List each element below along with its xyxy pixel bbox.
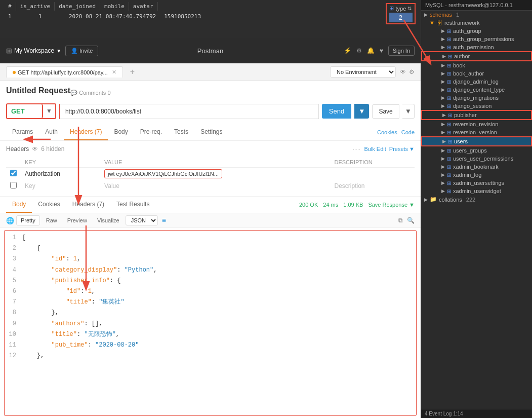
presets-button[interactable]: Presets ▼ (389, 146, 415, 152)
fmt-raw[interactable]: Raw (42, 216, 61, 225)
eye-icon-headers[interactable]: 👁 (32, 145, 38, 153)
request-title: Untitled Request (6, 86, 70, 95)
table-name: users (454, 138, 468, 144)
dot-icon (13, 71, 16, 74)
send-dropdown-button[interactable]: ▼ (354, 104, 369, 119)
tree-table-xadmin_usersettings[interactable]: ▶ ⊞ xadmin_usersettings (421, 179, 532, 187)
line-number: 12 (5, 351, 22, 361)
tab-params[interactable]: Params (6, 124, 39, 140)
code-text: "id": 1, (22, 287, 95, 296)
tab-auth[interactable]: Auth (39, 124, 64, 140)
request-tab[interactable]: GET http://api.luffycity.cn:8000/pay... … (6, 66, 123, 78)
resp-tab-test-results[interactable]: Test Results (110, 197, 155, 213)
method-dropdown-icon[interactable]: ▼ (43, 104, 55, 118)
workspace-button[interactable]: ⊞ My Workspace ▼ (6, 47, 61, 55)
tree-table-xadmin_log[interactable]: ▶ ⊞ xadmin_log (421, 171, 532, 179)
tree-table-reversion_revision[interactable]: ▶ ⊞ reversion_revision (421, 120, 532, 128)
restframework-label: restframework (444, 20, 480, 26)
arrow-icon: ▶ (441, 156, 445, 161)
auth-checkbox[interactable] (10, 170, 17, 176)
save-resp-chevron: ▼ (409, 202, 415, 208)
globe-icon: 🌐 (6, 217, 14, 224)
tree-table-auth_permission[interactable]: ▶ ⊞ auth_permission (421, 43, 532, 51)
tree-table-auth_group_permissions[interactable]: ▶ ⊞ auth_group_permissions (421, 35, 532, 43)
line-number: 1 (5, 233, 22, 243)
tree-table-django_migrations[interactable]: ▶ ⊞ django_migrations (421, 94, 532, 102)
tree-table-book[interactable]: ▶ ⊞ book (421, 61, 532, 69)
add-tab-icon[interactable]: + (130, 67, 135, 77)
line-number: 10 (5, 330, 22, 339)
invite-button[interactable]: 👤 Invite (65, 46, 98, 56)
save-dropdown-button[interactable]: ▼ (402, 104, 415, 119)
tree-schemas[interactable]: ▶ schemas 1 (421, 11, 532, 19)
col-is-active: is_active (16, 2, 55, 11)
tree-table-author[interactable]: ▶ ⊞ author (421, 51, 532, 61)
schemas-label: schemas (430, 12, 452, 18)
fmt-visualize[interactable]: Visualize (93, 216, 124, 225)
tree-table-book_author[interactable]: ▶ ⊞ book_author (421, 69, 532, 78)
format-select[interactable]: JSON (126, 215, 158, 225)
eye-icon[interactable]: 👁 (400, 68, 406, 75)
gear-icon[interactable]: ⚙ (409, 68, 415, 75)
table-name: book (453, 62, 465, 68)
tree-table-django_content_type[interactable]: ▶ ⊞ django_content_type (421, 86, 532, 94)
save-button[interactable]: Save (372, 104, 399, 119)
resp-tab-body[interactable]: Body (6, 197, 32, 213)
code-text: }, (22, 351, 44, 361)
code-link[interactable]: Code (401, 129, 415, 135)
value-header: VALUE (100, 157, 330, 168)
tab-headers[interactable]: Headers (7) (64, 124, 108, 140)
placeholder-checkbox[interactable] (10, 182, 17, 188)
arrow-icon: ▶ (441, 188, 445, 194)
code-text: "authors": [], (22, 319, 102, 329)
resp-tab-headers[interactable]: Headers (7) (66, 197, 110, 213)
tree-table-users[interactable]: ▶ ⊞ users (421, 136, 532, 146)
dots-menu[interactable]: ··· (352, 145, 361, 153)
tree-table-django_admin_log[interactable]: ▶ ⊞ django_admin_log (421, 78, 532, 86)
copy-icon[interactable]: ⧉ (398, 217, 403, 224)
arrow-icon: ▶ (441, 164, 445, 169)
send-button[interactable]: Send (322, 104, 351, 119)
arrow-icon: ▶ (441, 71, 445, 76)
table-name: auth_group (453, 28, 481, 34)
tab-tests[interactable]: Tests (168, 124, 194, 140)
url-input[interactable] (59, 104, 319, 119)
tree-table-users_groups[interactable]: ▶ ⊞ users_groups (421, 146, 532, 155)
tree-restframework[interactable]: ▼ 🗄 restframework (421, 19, 532, 27)
search-icon[interactable]: 🔍 (407, 217, 415, 224)
tree-collations[interactable]: ▶ 📁 collations 222 (421, 195, 532, 204)
tab-body[interactable]: Body (108, 124, 134, 140)
tree-table-xadmin_bookmark[interactable]: ▶ ⊞ xadmin_bookmark (421, 163, 532, 171)
resp-tab-cookies[interactable]: Cookies (32, 197, 66, 213)
tree-table-xadmin_userwidget[interactable]: ▶ ⊞ xadmin_userwidget (421, 187, 532, 195)
environment-select[interactable]: No Environment (330, 66, 396, 78)
arrow-icon: ▶ (441, 122, 445, 127)
workspace-label: My Workspace (14, 47, 54, 54)
tab-settings[interactable]: Settings (194, 124, 228, 140)
method-select[interactable]: GET (7, 104, 43, 118)
tree-table-django_session[interactable]: ▶ ⊞ django_session (421, 102, 532, 110)
cookies-link[interactable]: Cookies (377, 129, 397, 135)
tree-table-publisher[interactable]: ▶ ⊞ publisher (421, 110, 532, 120)
key-header: KEY (21, 157, 100, 168)
tree-table-auth_group[interactable]: ▶ ⊞ auth_group (421, 27, 532, 35)
tab-prereq[interactable]: Pre-req. (134, 124, 168, 140)
fmt-preview[interactable]: Preview (63, 216, 91, 225)
type-label: type (395, 6, 406, 12)
bulk-edit-button[interactable]: Bulk Edit (364, 146, 386, 152)
table-icon: ⊞ (447, 87, 451, 93)
fmt-pretty[interactable]: Pretty (16, 215, 40, 225)
arrow-icon: ▶ (441, 180, 445, 185)
table-name: django_admin_log (453, 79, 499, 85)
table-name: xadmin_log (453, 172, 481, 178)
tree-table-users_user_permissions[interactable]: ▶ ⊞ users_user_permissions (421, 155, 532, 163)
save-response-button[interactable]: Save Response ▼ (368, 202, 415, 208)
code-text: "category_display": "Python", (22, 265, 157, 275)
table-name: django_migrations (453, 95, 499, 101)
code-text: { (22, 244, 40, 253)
list-icon[interactable]: ≡ (162, 216, 166, 224)
tree-table-reversion_version[interactable]: ▶ ⊞ reversion_version (421, 128, 532, 136)
sign-in-button[interactable]: Sign In (388, 46, 415, 56)
comments-link[interactable]: 💬 Comments 0 (70, 90, 110, 96)
postman-toolbar: GET http://api.luffycity.cn:8000/pay... … (0, 63, 421, 81)
